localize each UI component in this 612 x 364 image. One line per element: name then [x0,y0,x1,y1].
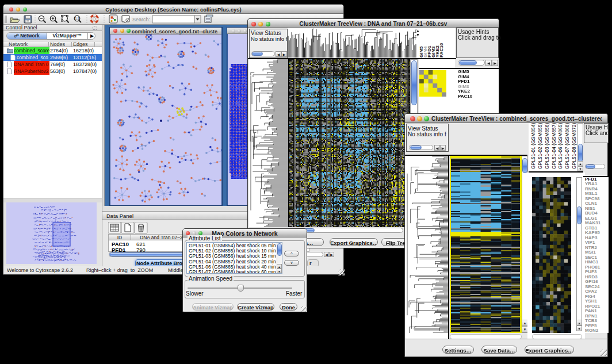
svg-text:1:1: 1:1 [75,17,79,20]
svg-text:Search:: Search: [132,17,150,22]
